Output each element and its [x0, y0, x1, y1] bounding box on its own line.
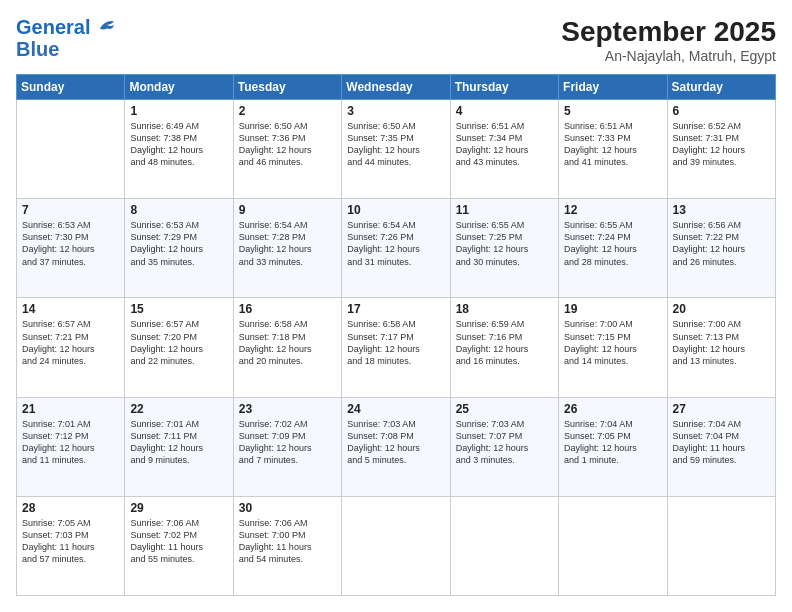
day-info: Sunrise: 6:59 AMSunset: 7:16 PMDaylight:… — [456, 318, 553, 367]
day-number: 18 — [456, 302, 553, 316]
day-info: Sunrise: 6:51 AMSunset: 7:34 PMDaylight:… — [456, 120, 553, 169]
calendar-cell — [559, 496, 667, 595]
day-number: 23 — [239, 402, 336, 416]
day-number: 12 — [564, 203, 661, 217]
day-info: Sunrise: 7:06 AMSunset: 7:00 PMDaylight:… — [239, 517, 336, 566]
day-info: Sunrise: 6:58 AMSunset: 7:17 PMDaylight:… — [347, 318, 444, 367]
calendar-cell — [17, 100, 125, 199]
day-number: 5 — [564, 104, 661, 118]
week-row-1: 1Sunrise: 6:49 AMSunset: 7:38 PMDaylight… — [17, 100, 776, 199]
header: General Blue September 2025 An-Najaylah,… — [16, 16, 776, 64]
calendar-cell: 28Sunrise: 7:05 AMSunset: 7:03 PMDayligh… — [17, 496, 125, 595]
col-header-monday: Monday — [125, 75, 233, 100]
day-info: Sunrise: 6:58 AMSunset: 7:18 PMDaylight:… — [239, 318, 336, 367]
week-row-5: 28Sunrise: 7:05 AMSunset: 7:03 PMDayligh… — [17, 496, 776, 595]
logo-line2: Blue — [16, 38, 116, 60]
calendar-cell: 2Sunrise: 6:50 AMSunset: 7:36 PMDaylight… — [233, 100, 341, 199]
calendar-cell: 17Sunrise: 6:58 AMSunset: 7:17 PMDayligh… — [342, 298, 450, 397]
page: General Blue September 2025 An-Najaylah,… — [0, 0, 792, 612]
day-info: Sunrise: 7:01 AMSunset: 7:12 PMDaylight:… — [22, 418, 119, 467]
day-info: Sunrise: 6:50 AMSunset: 7:36 PMDaylight:… — [239, 120, 336, 169]
day-info: Sunrise: 6:51 AMSunset: 7:33 PMDaylight:… — [564, 120, 661, 169]
day-info: Sunrise: 6:55 AMSunset: 7:25 PMDaylight:… — [456, 219, 553, 268]
day-number: 26 — [564, 402, 661, 416]
day-info: Sunrise: 7:04 AMSunset: 7:04 PMDaylight:… — [673, 418, 770, 467]
day-info: Sunrise: 6:53 AMSunset: 7:30 PMDaylight:… — [22, 219, 119, 268]
calendar-cell — [667, 496, 775, 595]
day-number: 27 — [673, 402, 770, 416]
week-row-3: 14Sunrise: 6:57 AMSunset: 7:21 PMDayligh… — [17, 298, 776, 397]
calendar-cell: 9Sunrise: 6:54 AMSunset: 7:28 PMDaylight… — [233, 199, 341, 298]
logo-text: General — [16, 16, 116, 38]
day-info: Sunrise: 7:00 AMSunset: 7:15 PMDaylight:… — [564, 318, 661, 367]
day-number: 20 — [673, 302, 770, 316]
calendar-cell — [450, 496, 558, 595]
day-number: 25 — [456, 402, 553, 416]
day-number: 14 — [22, 302, 119, 316]
day-info: Sunrise: 6:56 AMSunset: 7:22 PMDaylight:… — [673, 219, 770, 268]
day-info: Sunrise: 7:04 AMSunset: 7:05 PMDaylight:… — [564, 418, 661, 467]
day-number: 13 — [673, 203, 770, 217]
location-subtitle: An-Najaylah, Matruh, Egypt — [561, 48, 776, 64]
week-row-4: 21Sunrise: 7:01 AMSunset: 7:12 PMDayligh… — [17, 397, 776, 496]
calendar-cell: 8Sunrise: 6:53 AMSunset: 7:29 PMDaylight… — [125, 199, 233, 298]
col-header-sunday: Sunday — [17, 75, 125, 100]
logo: General Blue — [16, 16, 116, 60]
day-number: 28 — [22, 501, 119, 515]
col-header-friday: Friday — [559, 75, 667, 100]
day-info: Sunrise: 6:49 AMSunset: 7:38 PMDaylight:… — [130, 120, 227, 169]
day-info: Sunrise: 7:00 AMSunset: 7:13 PMDaylight:… — [673, 318, 770, 367]
calendar-cell: 27Sunrise: 7:04 AMSunset: 7:04 PMDayligh… — [667, 397, 775, 496]
day-info: Sunrise: 7:02 AMSunset: 7:09 PMDaylight:… — [239, 418, 336, 467]
days-header-row: SundayMondayTuesdayWednesdayThursdayFrid… — [17, 75, 776, 100]
day-info: Sunrise: 6:54 AMSunset: 7:26 PMDaylight:… — [347, 219, 444, 268]
calendar-cell: 6Sunrise: 6:52 AMSunset: 7:31 PMDaylight… — [667, 100, 775, 199]
day-info: Sunrise: 7:03 AMSunset: 7:08 PMDaylight:… — [347, 418, 444, 467]
calendar-cell: 4Sunrise: 6:51 AMSunset: 7:34 PMDaylight… — [450, 100, 558, 199]
calendar-cell: 12Sunrise: 6:55 AMSunset: 7:24 PMDayligh… — [559, 199, 667, 298]
day-number: 17 — [347, 302, 444, 316]
day-number: 11 — [456, 203, 553, 217]
day-info: Sunrise: 7:05 AMSunset: 7:03 PMDaylight:… — [22, 517, 119, 566]
calendar-cell: 21Sunrise: 7:01 AMSunset: 7:12 PMDayligh… — [17, 397, 125, 496]
day-info: Sunrise: 7:03 AMSunset: 7:07 PMDaylight:… — [456, 418, 553, 467]
day-info: Sunrise: 6:54 AMSunset: 7:28 PMDaylight:… — [239, 219, 336, 268]
day-info: Sunrise: 6:57 AMSunset: 7:21 PMDaylight:… — [22, 318, 119, 367]
day-info: Sunrise: 7:01 AMSunset: 7:11 PMDaylight:… — [130, 418, 227, 467]
calendar-cell: 18Sunrise: 6:59 AMSunset: 7:16 PMDayligh… — [450, 298, 558, 397]
day-number: 21 — [22, 402, 119, 416]
calendar-cell: 26Sunrise: 7:04 AMSunset: 7:05 PMDayligh… — [559, 397, 667, 496]
calendar-cell: 16Sunrise: 6:58 AMSunset: 7:18 PMDayligh… — [233, 298, 341, 397]
col-header-thursday: Thursday — [450, 75, 558, 100]
calendar-cell: 30Sunrise: 7:06 AMSunset: 7:00 PMDayligh… — [233, 496, 341, 595]
calendar-cell: 19Sunrise: 7:00 AMSunset: 7:15 PMDayligh… — [559, 298, 667, 397]
day-number: 24 — [347, 402, 444, 416]
day-number: 19 — [564, 302, 661, 316]
day-number: 2 — [239, 104, 336, 118]
calendar-table: SundayMondayTuesdayWednesdayThursdayFrid… — [16, 74, 776, 596]
day-info: Sunrise: 6:50 AMSunset: 7:35 PMDaylight:… — [347, 120, 444, 169]
calendar-cell: 22Sunrise: 7:01 AMSunset: 7:11 PMDayligh… — [125, 397, 233, 496]
col-header-wednesday: Wednesday — [342, 75, 450, 100]
day-number: 29 — [130, 501, 227, 515]
calendar-cell: 14Sunrise: 6:57 AMSunset: 7:21 PMDayligh… — [17, 298, 125, 397]
calendar-cell: 3Sunrise: 6:50 AMSunset: 7:35 PMDaylight… — [342, 100, 450, 199]
calendar-cell: 24Sunrise: 7:03 AMSunset: 7:08 PMDayligh… — [342, 397, 450, 496]
day-info: Sunrise: 6:52 AMSunset: 7:31 PMDaylight:… — [673, 120, 770, 169]
logo-bird-icon — [98, 16, 116, 34]
day-info: Sunrise: 6:57 AMSunset: 7:20 PMDaylight:… — [130, 318, 227, 367]
day-number: 3 — [347, 104, 444, 118]
day-number: 7 — [22, 203, 119, 217]
day-number: 30 — [239, 501, 336, 515]
day-number: 9 — [239, 203, 336, 217]
calendar-cell: 7Sunrise: 6:53 AMSunset: 7:30 PMDaylight… — [17, 199, 125, 298]
day-number: 16 — [239, 302, 336, 316]
calendar-cell: 25Sunrise: 7:03 AMSunset: 7:07 PMDayligh… — [450, 397, 558, 496]
week-row-2: 7Sunrise: 6:53 AMSunset: 7:30 PMDaylight… — [17, 199, 776, 298]
calendar-cell: 10Sunrise: 6:54 AMSunset: 7:26 PMDayligh… — [342, 199, 450, 298]
calendar-cell: 29Sunrise: 7:06 AMSunset: 7:02 PMDayligh… — [125, 496, 233, 595]
day-number: 6 — [673, 104, 770, 118]
day-number: 1 — [130, 104, 227, 118]
day-number: 8 — [130, 203, 227, 217]
month-title: September 2025 — [561, 16, 776, 48]
